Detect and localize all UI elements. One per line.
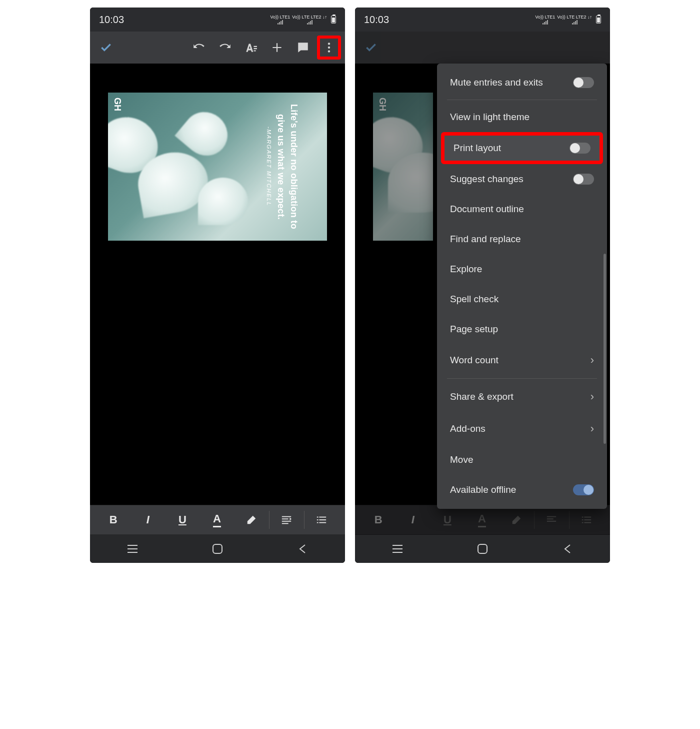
align-button[interactable] [534,505,569,534]
status-time: 10:03 [99,14,124,26]
chevron-right-icon: › [590,390,594,403]
svg-point-1 [328,47,330,49]
top-toolbar [90,32,345,64]
phone-right: 10:03 Vo)) LTE1 Vo)) LTE LTE2 ↓↑ GH Mute… [355,8,610,563]
menu-suggest-label: Suggest changes [450,174,524,185]
menu-suggest-changes[interactable]: Suggest changes [437,164,607,194]
menu-find-label: Find and replace [450,234,521,245]
watermark: GH [112,98,122,111]
svg-rect-7 [320,517,326,518]
undo-button[interactable] [187,36,211,60]
document-page: GH Life's under no obligation to give us… [108,93,327,241]
format-toolbar: B I U A [90,505,345,535]
svg-rect-19 [547,521,556,522]
menu-word-count[interactable]: Word count › [437,344,607,376]
toggle-print-layout[interactable] [570,143,590,154]
svg-rect-21 [584,519,592,520]
insert-button[interactable] [265,36,289,60]
home-button[interactable] [462,543,502,554]
bold-button[interactable]: B [361,505,396,534]
svg-rect-5 [282,521,291,522]
chevron-right-icon: › [590,354,594,367]
bold-button[interactable]: B [96,505,130,534]
system-nav-bar [355,535,610,563]
status-bar: 10:03 Vo)) LTE1 Vo)) LTE LTE2 ↓↑ [355,8,610,32]
recents-button[interactable] [378,544,418,553]
scrollbar[interactable] [604,254,606,444]
menu-share-label: Share & export [450,391,514,402]
menu-find-replace[interactable]: Find and replace [437,224,607,254]
quote-author: -MARGARET MITCHELL [266,102,272,232]
menu-spell-check[interactable]: Spell check [437,284,607,314]
menu-addons[interactable]: Add-ons › [437,413,607,445]
text-color-button[interactable]: A [200,505,234,534]
svg-rect-20 [584,517,592,518]
toggle-mute[interactable] [573,77,594,88]
status-right-icons: Vo)) LTE1 Vo)) LTE LTE2 ↓↑ [535,15,601,25]
menu-print-layout-label: Print layout [454,143,501,154]
list-button[interactable] [570,505,604,534]
align-button[interactable] [270,505,304,534]
underline-button[interactable]: U [430,505,464,534]
menu-document-outline[interactable]: Document outline [437,194,607,224]
svg-rect-8 [320,519,326,520]
svg-rect-25 [582,522,584,523]
menu-explore[interactable]: Explore [437,254,607,284]
menu-outline-label: Document outline [450,204,524,215]
document-canvas[interactable]: GH Life's under no obligation to give us… [90,64,345,505]
list-button[interactable] [304,505,339,534]
status-bar: 10:03 Vo)) LTE1 Vo)) LTE LTE2 ↓↑ [90,8,345,32]
menu-mute-entries[interactable]: Mute entries and exits [437,68,607,98]
back-button[interactable] [548,543,588,554]
menu-share-export[interactable]: Share & export › [437,381,607,413]
toggle-suggest[interactable] [573,174,594,185]
recents-button[interactable] [112,544,152,553]
redo-button[interactable] [213,36,237,60]
menu-page-setup-label: Page setup [450,324,498,335]
menu-move-label: Move [450,454,473,465]
svg-rect-18 [547,518,554,519]
menu-available-offline[interactable]: Available offline [437,475,607,505]
menu-offline-label: Available offline [450,484,516,495]
back-button[interactable] [282,543,322,554]
toggle-offline[interactable] [573,484,594,495]
menu-explore-label: Explore [450,264,482,275]
battery-icon [596,16,601,24]
battery-icon [331,16,336,24]
svg-rect-22 [584,522,592,523]
home-button[interactable] [198,543,238,554]
menu-light-theme[interactable]: View in light theme [437,102,607,132]
highlight-button[interactable] [234,505,269,534]
status-right-icons: Vo)) LTE1 Vo)) LTE LTE2 ↓↑ [270,15,336,25]
svg-rect-29 [478,544,487,553]
quote-text: Life's under no obligation to give us wh… [255,102,320,232]
svg-rect-23 [582,517,584,518]
svg-rect-12 [317,522,318,523]
svg-point-2 [328,50,330,52]
done-button[interactable] [94,36,118,60]
menu-spell-label: Spell check [450,294,498,305]
more-button[interactable] [317,36,341,60]
svg-rect-9 [320,522,326,523]
system-nav-bar [90,535,345,563]
chevron-right-icon: › [590,422,594,435]
menu-move[interactable]: Move [437,445,607,475]
overflow-menu: Mute entries and exits View in light the… [437,64,607,509]
menu-page-setup[interactable]: Page setup [437,314,607,344]
menu-print-layout[interactable]: Print layout [441,132,603,164]
text-color-button[interactable]: A [464,505,499,534]
italic-button[interactable]: I [130,505,165,534]
svg-rect-4 [282,518,288,519]
svg-rect-11 [317,519,318,520]
underline-button[interactable]: U [165,505,200,534]
comment-button[interactable] [291,36,315,60]
svg-rect-16 [213,544,222,553]
svg-rect-6 [282,523,288,524]
italic-button[interactable]: I [396,505,430,534]
text-format-button[interactable] [239,36,263,60]
menu-light-theme-label: View in light theme [450,112,530,123]
format-toolbar: B I U A [355,505,610,535]
highlight-button[interactable] [500,505,534,534]
svg-rect-10 [317,517,318,518]
svg-rect-24 [582,519,584,520]
